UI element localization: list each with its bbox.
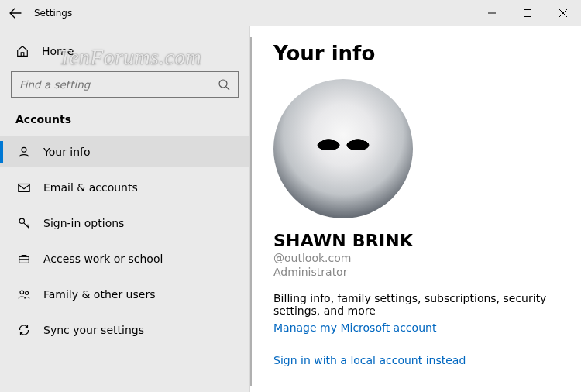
- svg-rect-3: [19, 184, 29, 192]
- nav-list: Your info Email & accounts Sign-in optio…: [0, 133, 249, 346]
- nav-sync-settings[interactable]: Sync your settings: [0, 315, 249, 346]
- billing-description: Billing info, family settings, subscript…: [273, 292, 561, 317]
- people-icon: [17, 287, 31, 301]
- user-name: SHAWN BRINK: [273, 231, 561, 250]
- close-button[interactable]: [545, 0, 581, 26]
- user-avatar: [273, 79, 413, 218]
- nav-signin-options[interactable]: Sign-in options: [0, 208, 249, 239]
- window-controls: [474, 0, 581, 26]
- titlebar: Settings: [0, 0, 581, 26]
- nav-label: Sync your settings: [43, 324, 144, 336]
- maximize-icon: [524, 9, 531, 17]
- mail-icon: [17, 181, 31, 194]
- home-label: Home: [42, 45, 74, 57]
- person-icon: [17, 145, 31, 159]
- nav-access-work-school[interactable]: Access work or school: [0, 243, 249, 274]
- home-nav[interactable]: Home: [0, 36, 249, 67]
- key-icon: [17, 216, 31, 230]
- content-scrollbar[interactable]: [250, 37, 252, 386]
- search-icon: [218, 78, 230, 91]
- svg-point-7: [26, 291, 29, 294]
- settings-window: Settings Home: [0, 0, 581, 392]
- svg-point-1: [219, 80, 227, 88]
- nav-label: Your info: [43, 146, 91, 158]
- sync-icon: [17, 323, 31, 337]
- maximize-button[interactable]: [510, 0, 545, 26]
- sidebar: Home Accounts Your info Email & accounts: [0, 26, 249, 392]
- category-heading: Accounts: [0, 104, 249, 133]
- minimize-icon: [488, 9, 496, 17]
- svg-point-2: [22, 147, 26, 152]
- nav-your-info[interactable]: Your info: [0, 136, 249, 167]
- briefcase-icon: [17, 252, 31, 266]
- search-box[interactable]: [11, 71, 239, 98]
- home-icon: [15, 44, 29, 58]
- svg-rect-0: [524, 10, 531, 17]
- local-account-link[interactable]: Sign in with a local account instead: [273, 354, 466, 366]
- search-input[interactable]: [19, 78, 218, 91]
- nav-label: Family & other users: [43, 288, 155, 301]
- svg-point-4: [19, 218, 24, 223]
- nav-label: Access work or school: [43, 253, 163, 265]
- back-button[interactable]: [0, 7, 31, 19]
- window-title: Settings: [31, 8, 72, 19]
- nav-label: Email & accounts: [43, 181, 138, 194]
- content-pane: Your info SHAWN BRINK @outlook.com Admin…: [249, 26, 581, 392]
- nav-label: Sign-in options: [43, 217, 124, 229]
- nav-family-other-users[interactable]: Family & other users: [0, 279, 249, 310]
- back-arrow-icon: [9, 7, 22, 19]
- close-icon: [559, 9, 567, 17]
- user-role: Administrator: [273, 264, 561, 278]
- user-email: @outlook.com: [273, 250, 561, 264]
- svg-point-6: [20, 291, 24, 294]
- manage-account-link[interactable]: Manage my Microsoft account: [273, 322, 436, 334]
- minimize-button[interactable]: [474, 0, 510, 26]
- page-title: Your info: [273, 42, 561, 65]
- nav-email-accounts[interactable]: Email & accounts: [0, 172, 249, 203]
